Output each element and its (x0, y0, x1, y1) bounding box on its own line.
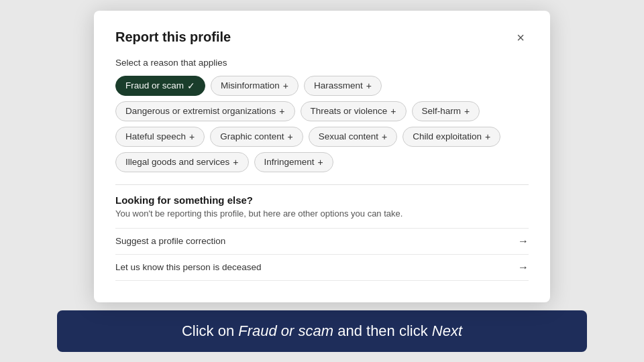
report-modal: Report this profile × Select a reason th… (94, 11, 550, 302)
arrow-icon: → (518, 261, 529, 274)
tag-hateful-speech[interactable]: Hateful speech + (115, 127, 205, 147)
instruction-banner: Click on Fraud or scam and then click Ne… (57, 310, 587, 352)
tag-harassment[interactable]: Harassment + (304, 76, 382, 96)
banner-italic-1: Fraud or scam (238, 322, 333, 339)
tag-label: Misinformation (221, 80, 280, 90)
arrow-icon: → (518, 235, 529, 247)
tags-row-1: Fraud or scam ✓ Misinformation + Harassm… (115, 76, 529, 96)
plus-icon: + (390, 106, 396, 117)
banner-italic-2: Next (432, 322, 462, 339)
tag-label: Child exploitation (413, 131, 482, 141)
tag-sexual-content[interactable]: Sexual content + (309, 127, 398, 147)
tag-infringement[interactable]: Infringement + (254, 152, 333, 172)
tag-label: Infringement (264, 157, 315, 167)
tag-threats-violence[interactable]: Threats or violence + (301, 101, 407, 121)
tag-label: Sexual content (319, 131, 378, 141)
tag-child-exploitation[interactable]: Child exploitation + (402, 127, 500, 147)
link-label: Suggest a profile correction (115, 236, 225, 246)
close-button[interactable]: × (513, 29, 529, 46)
banner-text: Click on Fraud or scam and then click Ne… (182, 322, 462, 339)
plus-icon: + (189, 131, 195, 142)
tag-graphic-content[interactable]: Graphic content + (210, 127, 303, 147)
tag-label: Illegal goods and services (125, 157, 229, 167)
link-label: Let us know this person is deceased (115, 262, 262, 272)
tag-label: Graphic content (220, 131, 284, 141)
tags-row-3: Hateful speech + Graphic content + Sexua… (115, 127, 529, 147)
checkmark-icon: ✓ (187, 80, 195, 91)
plus-icon: + (288, 131, 293, 142)
section-label: Select a reason that applies (115, 58, 529, 68)
link-profile-correction[interactable]: Suggest a profile correction → (115, 228, 529, 254)
banner-text-middle: and then click (333, 322, 432, 339)
link-person-deceased[interactable]: Let us know this person is deceased → (115, 254, 529, 281)
tag-illegal-goods[interactable]: Illegal goods and services + (115, 152, 249, 172)
divider (115, 184, 529, 185)
plus-icon: + (464, 106, 470, 117)
tag-fraud-or-scam[interactable]: Fraud or scam ✓ (115, 76, 205, 96)
plus-icon: + (485, 131, 490, 142)
tag-misinformation[interactable]: Misinformation + (211, 76, 299, 96)
tag-label: Harassment (314, 80, 363, 90)
tag-self-harm[interactable]: Self-harm + (412, 101, 480, 121)
overlay: Report this profile × Select a reason th… (0, 0, 644, 362)
tag-label: Hateful speech (125, 131, 186, 141)
modal-title: Report this profile (115, 29, 231, 45)
tag-label: Fraud or scam (125, 80, 184, 90)
tag-label: Threats or violence (311, 106, 388, 116)
tag-dangerous-extremist[interactable]: Dangerous or extremist organizations + (115, 101, 295, 121)
plus-icon: + (233, 157, 238, 168)
plus-icon: + (382, 131, 387, 142)
tags-row-2: Dangerous or extremist organizations + T… (115, 101, 529, 121)
plus-icon: + (318, 157, 323, 168)
plus-icon: + (279, 106, 284, 117)
looking-for-title: Looking for something else? (115, 194, 529, 206)
plus-icon: + (366, 80, 372, 91)
tags-row-4: Illegal goods and services + Infringemen… (115, 152, 529, 172)
plus-icon: + (283, 80, 288, 91)
looking-for-description: You won't be reporting this profile, but… (115, 208, 529, 219)
tag-label: Self-harm (422, 106, 462, 116)
tag-label: Dangerous or extremist organizations (125, 106, 276, 116)
banner-text-before: Click on (182, 322, 238, 339)
modal-header: Report this profile × (115, 29, 529, 46)
